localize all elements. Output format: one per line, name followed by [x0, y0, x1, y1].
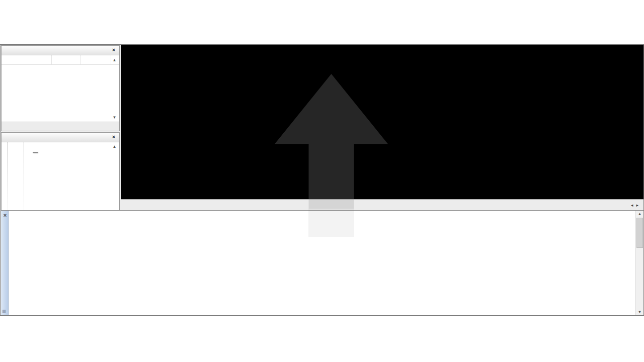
mt4-window: × ▲ ▼ × ▲ ▼: [0, 44, 644, 316]
navigator-tooltip: [33, 152, 38, 153]
market-watch-header: [2, 55, 119, 65]
scroll-up-icon[interactable]: ▲: [636, 212, 643, 216]
col-symbol: [2, 55, 52, 64]
market-watch-panel: × ▲ ▼: [1, 45, 120, 131]
col-bid: [52, 55, 81, 64]
scroll-up-icon[interactable]: ▲: [111, 144, 118, 149]
navigator-close-icon[interactable]: ×: [110, 134, 117, 141]
col-ask: [81, 55, 111, 64]
scroll-up-icon[interactable]: ▲: [111, 58, 118, 62]
screen: × ▲ ▼ × ▲ ▼: [0, 0, 644, 362]
market-watch-tabbar: [2, 122, 119, 131]
chart-tabbar: ◂▸: [121, 199, 643, 210]
scroll-down-icon[interactable]: ▼: [111, 115, 118, 120]
chart-area[interactable]: [121, 45, 643, 199]
tester-strip: × ▤: [1, 211, 9, 315]
market-watch-titlebar[interactable]: ×: [2, 46, 119, 55]
scroll-down-icon[interactable]: ▼: [636, 310, 643, 314]
tester-report-panel: × ▤ ▲ ▼: [1, 210, 643, 315]
tester-close-icon[interactable]: ×: [2, 212, 9, 219]
tester-grip-icon: ▤: [2, 310, 7, 314]
navigator-titlebar[interactable]: ×: [2, 133, 119, 142]
tester-scrollbar[interactable]: ▲ ▼: [635, 211, 643, 315]
tab-scroll-arrows[interactable]: ◂▸: [631, 203, 641, 208]
market-watch-close-icon[interactable]: ×: [110, 47, 117, 54]
scrollbar-thumb[interactable]: [636, 218, 643, 248]
